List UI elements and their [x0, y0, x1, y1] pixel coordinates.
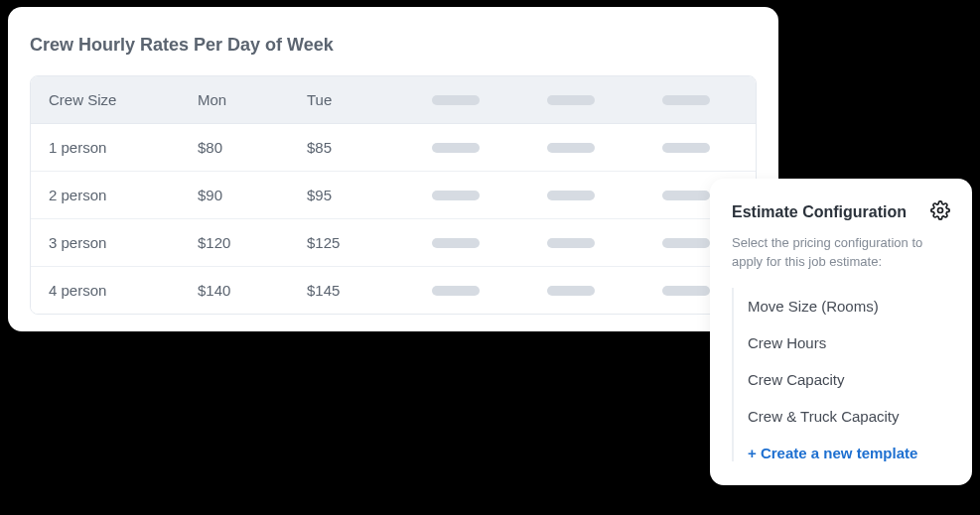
placeholder-pill — [662, 238, 710, 248]
cell-tue: $85 — [289, 124, 398, 171]
placeholder-pill — [662, 286, 710, 296]
placeholder-pill — [662, 191, 710, 200]
cell-placeholder — [513, 172, 629, 218]
crew-rates-card: Crew Hourly Rates Per Day of Week Crew S… — [8, 7, 778, 331]
config-title: Estimate Configuration — [732, 203, 907, 221]
cell-tue: $125 — [289, 219, 398, 266]
cell-mon: $140 — [180, 267, 289, 314]
config-option-crew-hours[interactable]: Crew Hours — [748, 324, 950, 361]
gear-icon[interactable] — [930, 200, 950, 224]
crew-rates-title: Crew Hourly Rates Per Day of Week — [30, 35, 757, 56]
column-header-placeholder — [398, 76, 513, 123]
cell-placeholder — [513, 219, 629, 266]
table-header-row: Crew Size Mon Tue — [31, 76, 756, 124]
column-header-tue: Tue — [289, 76, 398, 123]
cell-placeholder — [398, 124, 513, 171]
column-header-mon: Mon — [180, 76, 289, 123]
cell-placeholder — [398, 219, 513, 266]
cell-placeholder — [513, 124, 629, 171]
cell-tue: $145 — [289, 267, 398, 314]
cell-mon: $90 — [180, 172, 289, 218]
placeholder-pill — [432, 286, 480, 296]
cell-placeholder — [398, 267, 513, 314]
cell-mon: $120 — [180, 219, 289, 266]
config-options-list: Move Size (Rooms) Crew Hours Crew Capaci… — [732, 288, 950, 461]
placeholder-pill — [547, 143, 595, 153]
config-description: Select the pricing configuration to appl… — [732, 234, 950, 272]
svg-point-0 — [938, 208, 943, 213]
column-header-placeholder — [629, 76, 744, 123]
table-row: 3 person $120 $125 — [31, 219, 756, 267]
config-option-crew-truck-capacity[interactable]: Crew & Truck Capacity — [748, 398, 950, 435]
cell-tue: $95 — [289, 172, 398, 218]
cell-placeholder — [513, 267, 629, 314]
crew-rates-table: Crew Size Mon Tue 1 person $80 $85 2 per… — [30, 75, 757, 315]
estimate-config-card: Estimate Configuration Select the pricin… — [710, 179, 972, 485]
config-option-crew-capacity[interactable]: Crew Capacity — [748, 361, 950, 398]
config-option-move-size[interactable]: Move Size (Rooms) — [748, 288, 950, 324]
placeholder-pill — [432, 191, 480, 200]
placeholder-pill — [662, 143, 710, 153]
cell-mon: $80 — [180, 124, 289, 171]
placeholder-pill — [547, 238, 595, 248]
placeholder-pill — [662, 95, 710, 105]
placeholder-pill — [432, 143, 480, 153]
create-template-link[interactable]: + Create a new template — [748, 435, 950, 461]
cell-crew-size: 3 person — [31, 219, 180, 266]
table-row: 1 person $80 $85 — [31, 124, 756, 172]
placeholder-pill — [432, 238, 480, 248]
column-header-placeholder — [513, 76, 629, 123]
cell-placeholder — [398, 172, 513, 218]
placeholder-pill — [547, 95, 595, 105]
cell-crew-size: 4 person — [31, 267, 180, 314]
cell-placeholder — [629, 124, 744, 171]
cell-crew-size: 2 person — [31, 172, 180, 218]
config-header: Estimate Configuration — [732, 200, 950, 224]
column-header-crew-size: Crew Size — [31, 76, 180, 123]
placeholder-pill — [547, 286, 595, 296]
placeholder-pill — [432, 95, 480, 105]
cell-crew-size: 1 person — [31, 124, 180, 171]
table-row: 2 person $90 $95 — [31, 172, 756, 219]
placeholder-pill — [547, 191, 595, 200]
table-row: 4 person $140 $145 — [31, 267, 756, 314]
